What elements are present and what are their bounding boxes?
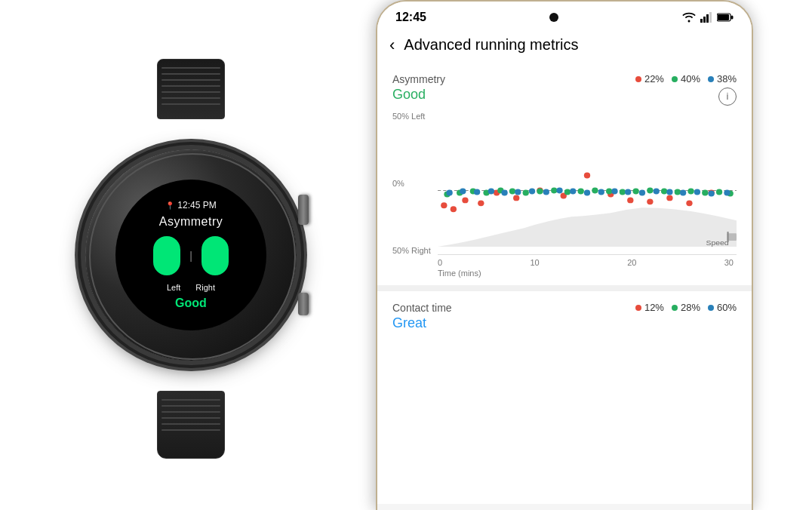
info-button[interactable]: i	[718, 88, 737, 106]
watch-screen-title: Asymmetry	[159, 215, 223, 229]
watch-right-label: Right	[195, 283, 215, 292]
svg-point-35	[606, 188, 612, 194]
svg-point-61	[666, 189, 672, 195]
watch-section: 📍 12:45 PM Asymmetry | Left Right Good	[48, 0, 334, 510]
svg-point-41	[687, 188, 694, 194]
y-label-bot: 50% Right	[392, 246, 438, 255]
ct-dot-red	[635, 305, 641, 311]
watch-bars: |	[153, 236, 229, 275]
svg-point-34	[592, 187, 598, 193]
back-button[interactable]: ‹	[389, 37, 395, 54]
svg-rect-68	[727, 232, 728, 242]
x-label-30: 30	[724, 258, 734, 267]
watch-bar-right	[201, 236, 229, 275]
watch-left-label: Left	[167, 283, 180, 292]
watch-time-row: 📍 12:45 PM	[165, 200, 216, 210]
svg-point-37	[632, 188, 638, 194]
dot3-value: 38%	[717, 73, 737, 84]
battery-icon	[717, 13, 734, 22]
svg-rect-3	[709, 12, 712, 23]
svg-point-29	[523, 189, 529, 195]
y-label-mid: 0%	[392, 179, 438, 188]
watch-screen: 📍 12:45 PM Asymmetry | Left Right Good	[115, 180, 266, 330]
band-top	[157, 59, 225, 119]
watch-case: 📍 12:45 PM Asymmetry | Left Right Good	[85, 149, 297, 361]
x-label-10: 10	[531, 258, 540, 267]
dot-green	[672, 76, 678, 82]
svg-rect-5	[730, 16, 733, 20]
dot1-value: 22%	[644, 73, 664, 84]
svg-point-11	[478, 200, 484, 206]
svg-point-20	[666, 195, 672, 201]
asymmetry-section: Asymmetry 22% 40%	[377, 61, 752, 278]
svg-point-36	[620, 189, 626, 195]
asymmetry-header: Asymmetry 22% 40%	[392, 73, 737, 85]
dot-item-3: 38%	[708, 73, 737, 84]
svg-point-28	[509, 188, 515, 194]
dot-item-1: 22%	[635, 73, 664, 84]
main-container: 📍 12:45 PM Asymmetry | Left Right Good	[0, 0, 812, 510]
chart-svg: Speed	[438, 112, 737, 254]
svg-rect-2	[706, 14, 709, 23]
chart-y-labels: 50% Left 0% 50% Right	[392, 112, 438, 255]
app-title: Advanced running metrics	[404, 36, 578, 54]
ct-dot-item-1: 12%	[635, 302, 664, 313]
svg-point-63	[694, 189, 700, 195]
x-label-0: 0	[438, 258, 442, 267]
svg-point-57	[611, 188, 617, 194]
svg-point-43	[716, 189, 722, 195]
section-divider	[377, 285, 752, 291]
svg-point-56	[598, 189, 604, 195]
ct-dot1-value: 12%	[644, 302, 664, 313]
watch-status: Good	[175, 296, 207, 310]
svg-text:Speed: Speed	[706, 238, 728, 247]
svg-point-46	[460, 188, 466, 194]
svg-point-19	[647, 198, 653, 204]
svg-point-59	[639, 189, 645, 195]
contact-time-header: Contact time 12% 28%	[392, 302, 737, 314]
watch-outer: 📍 12:45 PM Asymmetry | Left Right Good	[66, 112, 315, 398]
status-icons	[682, 12, 734, 23]
svg-point-50	[515, 189, 521, 195]
camera-cutout	[549, 13, 558, 22]
watch-labels: Left Right	[167, 283, 215, 292]
svg-rect-1	[703, 17, 706, 23]
svg-point-64	[708, 190, 714, 196]
svg-point-58	[625, 189, 631, 195]
svg-point-45	[446, 189, 452, 195]
ct-dot2-value: 28%	[681, 302, 700, 313]
svg-point-39	[661, 188, 667, 194]
dot-red	[635, 76, 641, 82]
svg-point-10	[462, 197, 468, 203]
app-header: ‹ Advanced running metrics	[377, 29, 752, 61]
chart-area: Speed	[438, 112, 737, 255]
phone-section: 12:45	[364, 0, 764, 510]
phone-content: ‹ Advanced running metrics Asymmetry 22%	[377, 29, 752, 504]
time-label: Time (mins)	[438, 267, 737, 278]
svg-point-62	[680, 189, 686, 195]
svg-point-18	[627, 197, 633, 203]
svg-point-49	[501, 189, 507, 195]
svg-point-38	[647, 187, 653, 193]
watch-bar-left	[153, 236, 180, 275]
svg-point-21	[686, 200, 692, 206]
dot-blue	[708, 76, 714, 82]
ct-dot-blue	[708, 305, 714, 311]
svg-point-42	[702, 189, 708, 195]
svg-point-9	[451, 206, 457, 212]
watch-time: 12:45 PM	[177, 200, 216, 210]
svg-point-54	[570, 188, 576, 194]
contact-time-dots: 12% 28% 60%	[635, 302, 737, 313]
svg-point-52	[543, 189, 549, 195]
contact-time-status: Great	[392, 315, 426, 330]
contact-time-label: Contact time	[392, 302, 452, 314]
status-bar: 12:45	[377, 2, 752, 29]
svg-point-51	[529, 188, 535, 194]
dot2-value: 40%	[681, 73, 700, 84]
ct-dot-item-2: 28%	[672, 302, 700, 313]
asymmetry-dots: 22% 40% 38%	[635, 73, 737, 84]
dot-item-2: 40%	[672, 73, 700, 84]
ct-dot-green	[672, 305, 678, 311]
location-icon: 📍	[165, 201, 174, 210]
asymmetry-status: Good	[392, 87, 426, 103]
